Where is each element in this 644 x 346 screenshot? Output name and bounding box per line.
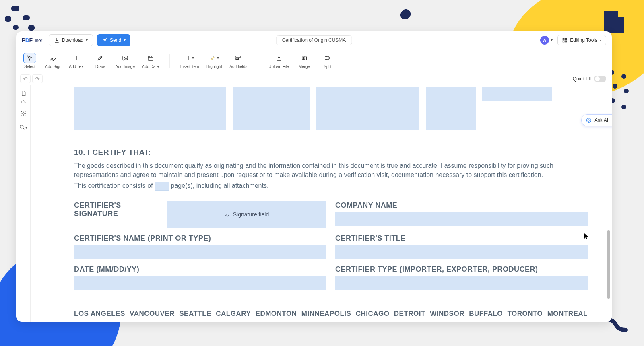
left-sidebar: 1/3 ▾	[16, 85, 31, 322]
certifier-title-field[interactable]	[335, 245, 588, 259]
scrollbar-thumb[interactable]	[607, 230, 610, 299]
pages-count-field[interactable]	[155, 182, 169, 191]
city: SEATTLE	[179, 310, 211, 318]
undo-redo-strip: ↶ ↷ Quick fill	[16, 72, 612, 85]
split-icon	[321, 53, 334, 63]
svg-rect-12	[148, 56, 153, 60]
highlighter-icon: ▾	[208, 53, 221, 63]
redo-button[interactable]: ↷	[32, 74, 43, 83]
download-label: Download	[62, 37, 83, 43]
tool-add-sign-label: Add Sign	[45, 64, 62, 69]
download-button[interactable]: Download ▾	[49, 34, 93, 46]
signature-icon	[224, 212, 230, 217]
document-content: 10. I CERTIFY THAT: The goods described …	[74, 85, 588, 318]
label-certifier-type: CERTIFIER TYPE (IMPORTER, EXPORTER, PROD…	[335, 265, 588, 274]
editing-tools-button[interactable]: Editing Tools ▴	[557, 35, 606, 45]
city: LOS ANGELES	[74, 310, 125, 318]
toolbar-divider	[169, 54, 170, 68]
tool-add-date[interactable]: Add Date	[142, 53, 159, 69]
city: MONTREAL	[547, 310, 588, 318]
certify-paragraph-1: The goods described in this document qua…	[74, 161, 588, 179]
tool-upload-file[interactable]: Upload File	[268, 53, 289, 69]
tool-add-sign[interactable]: Add Sign	[45, 53, 62, 69]
svg-rect-8	[563, 41, 565, 42]
signature-placeholder: Signature field	[233, 211, 269, 218]
city: CALGARY	[216, 310, 251, 318]
city: VANCOUVER	[130, 310, 175, 318]
tool-insert-item[interactable]: ▾ Insert item	[180, 53, 199, 69]
certifier-name-field[interactable]	[74, 245, 326, 259]
page-icon	[20, 90, 27, 97]
pencil-icon	[94, 53, 107, 63]
chevron-down-icon: ▾	[86, 38, 88, 42]
zoom-button[interactable]: ▾	[19, 123, 27, 131]
label-certifier-title: CERTIFIER'S TITLE	[335, 234, 588, 243]
tool-insert-item-label: Insert item	[180, 64, 199, 69]
tool-draw-label: Draw	[95, 64, 105, 69]
tool-upload-file-label: Upload File	[268, 64, 289, 69]
tool-add-fields[interactable]: Add fields	[229, 53, 247, 69]
company-name-field[interactable]	[335, 212, 588, 226]
titlebar: PDFLiner Download ▾ Send ▾ Certification…	[16, 31, 612, 49]
certifier-type-field[interactable]	[335, 276, 588, 290]
svg-point-17	[326, 56, 327, 57]
text-icon	[70, 53, 83, 63]
cursor-icon	[23, 53, 36, 63]
bg-ink-blot	[398, 8, 415, 24]
tool-merge-label: Merge	[299, 64, 310, 69]
upload-icon	[272, 53, 285, 63]
chevron-up-icon: ▴	[600, 38, 602, 42]
merge-icon	[298, 53, 311, 63]
date-field[interactable]	[74, 276, 326, 290]
city: EDMONTON	[256, 310, 297, 318]
document-canvas[interactable]: Ask AI 10. I CERTIFY THAT: The goods des…	[31, 85, 612, 322]
tool-split[interactable]: Split	[320, 53, 336, 69]
label-certifier-name: CERTIFIER'S NAME (PRINT OR TYPE)	[74, 234, 326, 243]
certify-paragraph-2: This certification consists of page(s), …	[74, 181, 588, 191]
calendar-icon	[144, 53, 157, 63]
document-title[interactable]: Certification of Origin CUSMA	[276, 35, 352, 45]
send-button[interactable]: Send ▾	[97, 34, 130, 46]
form-field[interactable]	[482, 87, 552, 101]
tool-draw[interactable]: Draw	[92, 53, 108, 69]
quick-fill-toggle[interactable]: Quick fill	[573, 76, 606, 82]
toggle-switch[interactable]	[594, 76, 606, 82]
quick-fill-label: Quick fill	[573, 76, 591, 82]
tool-select[interactable]: Select	[22, 53, 38, 69]
form-field[interactable]	[233, 87, 310, 130]
signature-icon	[47, 53, 60, 63]
svg-point-19	[23, 113, 24, 114]
tool-split-label: Split	[324, 64, 331, 69]
tool-merge[interactable]: Merge	[296, 53, 312, 69]
scrollbar-track[interactable]	[607, 85, 611, 322]
tool-highlight[interactable]: ▾ Highlight	[206, 53, 222, 69]
undo-button[interactable]: ↶	[20, 74, 31, 83]
city: MINNEAPOLIS	[301, 310, 351, 318]
settings-button[interactable]	[19, 109, 27, 117]
avatar: A	[540, 36, 549, 45]
search-icon	[19, 124, 25, 130]
text-fragment: page(s), including all attachments.	[171, 182, 269, 189]
send-label: Send	[110, 37, 121, 43]
chevron-down-icon: ▾	[124, 38, 126, 42]
app-logo: PDFLiner	[22, 37, 42, 43]
tool-add-text[interactable]: Add Text	[69, 53, 85, 69]
form-field[interactable]	[74, 87, 226, 130]
signature-field[interactable]: Signature field	[167, 201, 326, 228]
send-icon	[102, 37, 107, 43]
page-counter: 1/3	[21, 100, 26, 104]
tool-add-date-label: Add Date	[142, 64, 159, 69]
form-field[interactable]	[316, 87, 419, 130]
svg-point-5	[621, 105, 626, 109]
tool-add-image[interactable]: Add Image	[116, 53, 135, 69]
svg-point-2	[613, 84, 617, 89]
account-menu[interactable]: A ▾	[540, 36, 553, 45]
label-date: DATE (MM/DD/YY)	[74, 265, 326, 274]
svg-point-1	[621, 74, 626, 79]
form-field[interactable]	[426, 87, 476, 130]
app-window: PDFLiner Download ▾ Send ▾ Certification…	[16, 31, 612, 322]
mouse-cursor	[584, 233, 589, 240]
pages-panel-button[interactable]	[19, 89, 27, 97]
tool-add-text-label: Add Text	[69, 64, 85, 69]
redo-icon: ↷	[35, 76, 40, 82]
